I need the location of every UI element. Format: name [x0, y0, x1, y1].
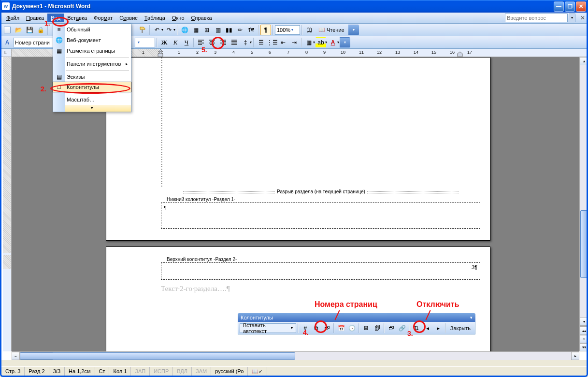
- menu-table[interactable]: Таблица: [141, 14, 169, 22]
- status-trk[interactable]: ИСПР: [150, 367, 173, 376]
- status-ext[interactable]: ВДЛ: [173, 367, 192, 376]
- font-color-button[interactable]: A: [328, 37, 338, 48]
- status-spellcheck-icon[interactable]: 📖✓: [248, 367, 267, 376]
- menu-file[interactable]: Файл: [3, 14, 23, 22]
- same-as-previous-button[interactable]: 🗗: [386, 323, 397, 334]
- normal-view-button[interactable]: ≡: [12, 352, 20, 360]
- show-paragraph-button[interactable]: ¶: [260, 25, 271, 35]
- format-page-number-button[interactable]: 🗗: [322, 323, 332, 334]
- columns-button[interactable]: ▮▮: [224, 25, 234, 35]
- footer-section-1[interactable]: Нижний колонтитул -Раздел 1- ¶: [161, 203, 480, 229]
- menu-edit[interactable]: Правка: [23, 14, 47, 22]
- reading-layout-button[interactable]: 📖Чтение: [315, 25, 348, 35]
- menu-window[interactable]: Окно: [169, 14, 188, 22]
- help-button[interactable]: 🕮: [304, 25, 315, 35]
- hyperlink-button[interactable]: 🌐: [179, 25, 190, 35]
- ruler-corner[interactable]: L: [0, 49, 12, 57]
- show-hide-text-button[interactable]: 🗐: [372, 323, 383, 334]
- menu-tools[interactable]: Сервис: [116, 14, 141, 22]
- save-button[interactable]: 💾: [24, 25, 35, 35]
- docmap-button[interactable]: 🗺: [246, 25, 257, 35]
- italic-button[interactable]: К: [170, 37, 181, 48]
- format-painter-button[interactable]: [137, 25, 148, 35]
- link-previous-button[interactable]: 🔗: [397, 323, 408, 334]
- status-ovr[interactable]: ЗАМ: [192, 367, 211, 376]
- bullets-button[interactable]: ⋮☰: [267, 37, 277, 48]
- menu-view[interactable]: Вид: [47, 14, 64, 22]
- next-page-button[interactable]: ▾▾: [580, 343, 588, 351]
- numbering-button[interactable]: ☰: [256, 37, 266, 48]
- ask-question-box[interactable]: ▾: [505, 14, 575, 22]
- toolbar2-options[interactable]: ▾: [340, 37, 350, 48]
- menu-format[interactable]: Формат: [90, 14, 116, 22]
- tables-borders-button[interactable]: ▦: [190, 25, 201, 35]
- scroll-up-button[interactable]: ▴: [580, 57, 588, 65]
- switch-header-footer-button[interactable]: ⇅: [411, 323, 422, 334]
- view-normal[interactable]: ≡Обычный: [53, 24, 131, 35]
- scroll-down-button[interactable]: ▾: [580, 318, 588, 326]
- hf-toolbar-title[interactable]: Колонтитулы ▾: [238, 313, 475, 322]
- insert-autotext-button[interactable]: Вставить автотекст ▾: [240, 323, 296, 333]
- permission-button[interactable]: 🔒: [35, 25, 46, 35]
- show-previous-button[interactable]: ◂: [422, 323, 433, 334]
- align-center-button[interactable]: [207, 37, 217, 48]
- toolbar-options[interactable]: ▾: [348, 25, 359, 35]
- redo-dropdown[interactable]: ▾: [173, 28, 175, 32]
- view-zoom[interactable]: Масштаб…: [53, 94, 131, 105]
- indent-marker-right[interactable]: [457, 49, 463, 57]
- view-header-footer[interactable]: □Колонтитулы: [53, 82, 131, 92]
- hf-toolbar-options[interactable]: ▾: [470, 315, 473, 320]
- scroll-thumb-v[interactable]: [580, 210, 588, 278]
- view-toolbars[interactable]: Панели инструментов▸: [53, 58, 131, 69]
- header-section-2[interactable]: Верхний колонтитул -Раздел 2- 3¶: [161, 262, 480, 280]
- new-document-button[interactable]: [2, 25, 13, 35]
- line-spacing-button[interactable]: ‡: [240, 37, 251, 48]
- undo-button[interactable]: ↶: [152, 25, 162, 35]
- menu-help[interactable]: Справка: [188, 14, 215, 22]
- page-setup-button[interactable]: 🗏: [361, 323, 372, 334]
- drawing-button[interactable]: ✏: [235, 25, 245, 35]
- view-thumbnails[interactable]: ▤Эскизы: [53, 72, 131, 82]
- ask-question-input[interactable]: [505, 14, 568, 22]
- font-size-combo[interactable]: ▾: [135, 38, 155, 47]
- excel-button[interactable]: ▥: [213, 25, 223, 35]
- view-print-layout[interactable]: ▦Разметка страницы: [53, 45, 131, 56]
- status-language[interactable]: русский (Ро: [211, 367, 248, 376]
- align-right-button[interactable]: [218, 37, 229, 48]
- header-footer-toolbar[interactable]: Колонтитулы ▾ Вставить автотекст ▾ # ⧉ 🗗…: [238, 313, 475, 334]
- menu-expand[interactable]: ▾: [53, 105, 131, 112]
- undo-dropdown[interactable]: ▾: [161, 28, 163, 32]
- window-close-button[interactable]: ✕: [576, 1, 586, 12]
- underline-button[interactable]: Ч: [181, 37, 192, 48]
- insert-time-button[interactable]: 🕓: [347, 323, 358, 334]
- redo-button[interactable]: ↷: [164, 25, 174, 35]
- child-window-close[interactable]: ✕: [580, 14, 585, 21]
- ask-question-dropdown[interactable]: ▾: [569, 14, 575, 22]
- insert-table-button[interactable]: ⊞: [201, 25, 212, 35]
- align-left-button[interactable]: [196, 37, 206, 48]
- bold-button[interactable]: Ж: [159, 37, 170, 48]
- styles-pane-button[interactable]: A: [2, 37, 13, 48]
- scroll-right-button[interactable]: ▸: [571, 352, 579, 360]
- indent-marker-first[interactable]: [158, 49, 163, 57]
- highlight-button[interactable]: ab: [316, 37, 326, 48]
- align-justify-button[interactable]: [229, 37, 240, 48]
- window-maximize-button[interactable]: ❐: [565, 1, 575, 12]
- browse-object-button[interactable]: ○: [580, 335, 588, 343]
- menu-insert[interactable]: Вставка: [64, 14, 90, 22]
- status-rec[interactable]: ЗАП: [131, 367, 150, 376]
- insert-page-number-button[interactable]: #: [300, 323, 311, 334]
- horizontal-scrollbar[interactable]: ≡ 🌐 ▦ ☷ 📖 ◂ ▸: [12, 351, 579, 360]
- vertical-scrollbar[interactable]: ▴ ▾ ▴▴ ○ ▾▾: [579, 57, 588, 351]
- show-next-button[interactable]: ▸: [433, 323, 444, 334]
- scroll-thumb-h[interactable]: [20, 352, 295, 360]
- insert-pages-count-button[interactable]: ⧉: [311, 323, 321, 334]
- prev-page-button[interactable]: ▴▴: [580, 327, 588, 335]
- view-web-layout[interactable]: 🌐Веб-документ: [53, 35, 131, 45]
- decrease-indent-button[interactable]: ⇤: [278, 37, 288, 48]
- footer-content[interactable]: ¶: [161, 203, 480, 212]
- open-button[interactable]: 📂: [13, 25, 24, 35]
- vertical-ruler[interactable]: [3, 57, 12, 351]
- window-minimize-button[interactable]: —: [554, 1, 564, 12]
- close-hf-button[interactable]: Закрыть: [447, 325, 473, 331]
